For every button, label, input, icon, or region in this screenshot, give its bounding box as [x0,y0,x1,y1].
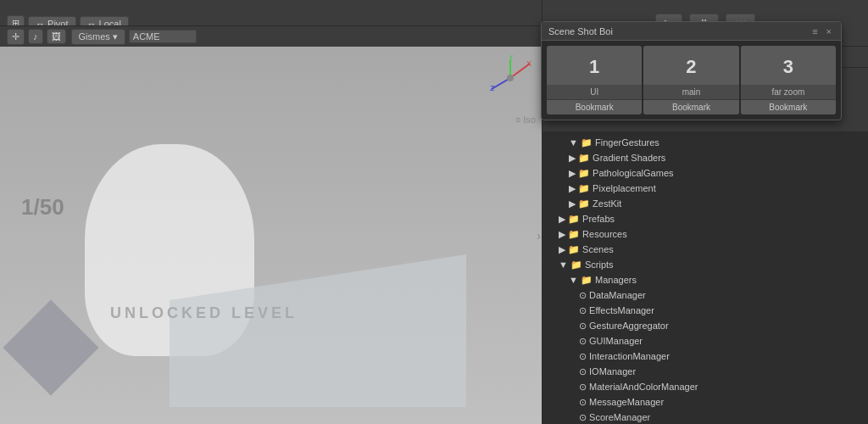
shot-cell-3: 3 far zoom Bookmark [741,46,836,114]
shot-number-1: 1 [547,46,642,85]
tree-item[interactable]: ⊙ MaterialAndColorManager [542,379,868,394]
image-icon-btn[interactable]: 🖼 [47,29,66,44]
svg-text:X: X [526,59,531,68]
gizmes-btn[interactable]: Gismes ▾ [71,29,125,45]
tree-item[interactable]: ▶ 📁 Scenes [542,242,868,257]
tree-item-content: ⊙ MaterialAndColorManager [548,382,698,393]
tree-item[interactable]: ⊙ InteractionManager [542,349,868,364]
shot-cell-1: 1 UI Bookmark [547,46,642,114]
bookmark-btn-1[interactable]: Bookmark [547,99,642,114]
tree-item[interactable]: ⊙ DataManager [542,287,868,303]
audio-icon-btn[interactable]: ♪ [28,29,43,44]
tree-item-content: ⊙ IOManager [548,366,636,377]
tree-item[interactable]: ▼ 📁 Managers [542,272,868,287]
tree-item[interactable]: ⊙ MessageManager [542,394,868,410]
tree-item-content: ▼ 📁 Scripts [548,259,614,271]
tree-item[interactable]: ▶ 📁 PathologicalGames [542,165,868,181]
tree-item-content: ▶ 📁 Resources [548,229,627,240]
scene-content: 1/50 UNLOCKED LEVEL X Y Z [0,47,542,424]
tree-item-content: ⊙ GestureAggregator [548,321,669,332]
iso-label: ≡ Iso [515,114,536,125]
panel-menu-btn[interactable]: ≡ [810,25,820,37]
tree-item-content: ▶ 📁 Scenes [548,244,614,255]
tree-item-content: ▶ 📁 ZestKit [548,198,621,209]
tree-item[interactable]: ▶ 📁 ZestKit [542,196,868,211]
shot-label-3: far zoom [741,85,836,99]
tree-item[interactable]: ⊙ EffectsManager [542,303,868,318]
svg-point-3 [507,75,514,81]
tree-item-content: ⊙ EffectsManager [548,305,654,316]
tree-item[interactable]: ▶ 📁 Prefabs [542,211,868,226]
tree-item[interactable]: ⊙ ScoreManager [542,410,868,424]
second-toolbar: ✛ ♪ 🖼 Gismes ▾ [0,25,542,47]
shot-grid: 1 UI Bookmark 2 main Bookmark 3 far zoom… [542,41,841,120]
bookmark-btn-3[interactable]: Bookmark [741,99,836,114]
acme-input[interactable] [129,30,197,43]
tree-item-content: ▶ 📁 Pixelplacement [548,183,656,194]
panel-title: Scene Shot Boi [548,26,613,36]
shot-number-3: 3 [741,46,836,85]
shot-cell-2: 2 main Bookmark [643,46,738,114]
tree-item-content: ⊙ DataManager [548,290,646,301]
scene-shot-panel: Scene Shot Boi ≡ × 1 UI Bookmark 2 main … [541,21,842,120]
tree-item[interactable]: ▶ 📁 Resources [542,226,868,242]
expand-right-btn[interactable]: › [537,229,541,243]
score-display: 1/50 [21,194,64,220]
tree-item[interactable]: ▶ 📁 Gradient Shaders [542,150,868,165]
shot-label-2: main [643,85,738,99]
tree-item-content: ▶ 📁 PathologicalGames [548,168,674,179]
gizmo-widget[interactable]: X Y Z [487,55,534,102]
tree-item-content: ⊙ MessageManager [548,397,664,408]
gizmo-group: Gismes ▾ [71,29,197,45]
tree-item-content: ⊙ InteractionManager [548,351,670,362]
tree-item-content: ▼ 📁 Managers [548,275,637,286]
tree-item-content: ▶ 📁 Gradient Shaders [548,153,665,164]
tree-item[interactable]: ▼ 📁 Scripts [542,257,868,272]
tree-item-content: ▼ 📁 FingerGestures [548,137,659,148]
scene-viewport[interactable]: ⊞ ↔ Pivot ↔ Local ✛ ♪ 🖼 Gismes ▾ 1/50 [0,0,542,424]
project-tree: ▼ 📁 FingerGestures▶ 📁 Gradient Shaders▶ … [542,131,868,424]
panel-title-bar[interactable]: Scene Shot Boi ≡ × [542,22,841,41]
toolbar-icons-group: ✛ ♪ 🖼 [7,29,66,45]
project-tree-panel[interactable]: ▼ 📁 FingerGestures▶ 📁 Gradient Shaders▶ … [542,131,868,424]
tree-item[interactable]: ⊙ GestureAggregator [542,318,868,333]
tree-item-content: ▶ 📁 Prefabs [548,214,615,225]
svg-text:Z: Z [490,84,495,92]
tree-item[interactable]: ⊙ IOManager [542,364,868,379]
tree-item-content: ⊙ ScoreManager [548,412,650,423]
tree-item[interactable]: ▼ 📁 FingerGestures [542,135,868,150]
tree-item-content: ⊙ GUIManager [548,336,643,347]
level-text: UNLOCKED LEVEL [110,304,298,322]
translate-icon-btn[interactable]: ✛ [7,29,25,45]
bookmark-btn-2[interactable]: Bookmark [643,99,738,114]
shot-number-2: 2 [643,46,738,85]
tree-item[interactable]: ▶ 📁 Pixelplacement [542,181,868,196]
panel-controls: ≡ × [810,25,834,37]
panel-close-btn[interactable]: × [824,25,834,37]
svg-text:Y: Y [509,55,514,61]
shot-label-1: UI [547,85,642,99]
tree-item[interactable]: ⊙ GUIManager [542,333,868,349]
